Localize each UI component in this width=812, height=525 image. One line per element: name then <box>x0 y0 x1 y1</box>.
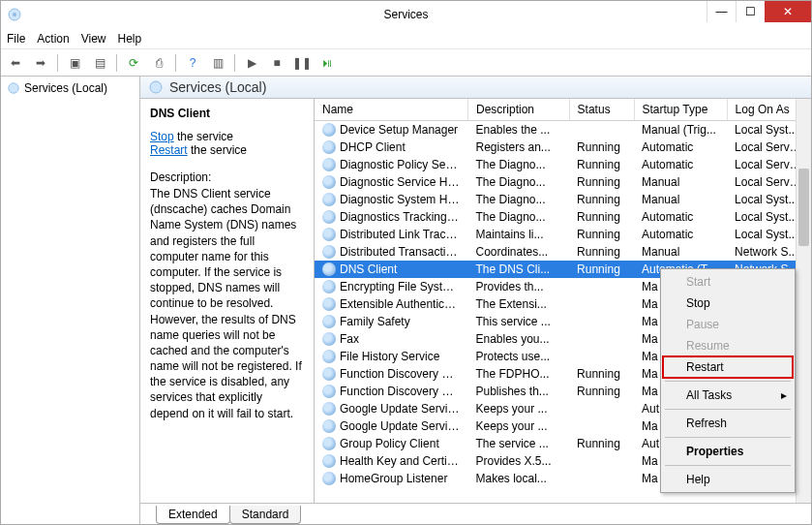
show-hide-tree-button[interactable]: ▣ <box>64 52 85 74</box>
help-button[interactable]: ? <box>182 52 203 74</box>
ctx-properties[interactable]: Properties <box>663 441 793 462</box>
table-row[interactable]: Diagnostic Policy ServiceThe Diagno...Ru… <box>315 156 811 173</box>
restart-link[interactable]: Restart <box>150 143 188 157</box>
table-row[interactable]: Distributed Link Tracking Cl...Maintains… <box>315 226 811 243</box>
table-row[interactable]: Diagnostics Tracking ServiceThe Diagno..… <box>315 208 811 226</box>
tree-root-item[interactable]: Services (Local) <box>5 80 135 96</box>
properties-button[interactable]: ▥ <box>207 52 228 74</box>
tab-extended[interactable]: Extended <box>156 506 230 524</box>
table-row[interactable]: Diagnostic Service HostThe Diagno...Runn… <box>315 173 811 191</box>
description-label: Description: <box>150 170 304 184</box>
refresh-button[interactable]: ⟳ <box>123 52 144 74</box>
gear-icon <box>7 81 20 95</box>
forward-button[interactable]: ➡ <box>30 52 51 74</box>
services-icon <box>7 7 22 22</box>
col-name[interactable]: Name <box>315 99 468 121</box>
detail-pane: DNS Client Stop the service Restart the … <box>140 99 315 503</box>
vertical-scrollbar[interactable] <box>796 99 811 503</box>
menu-action[interactable]: Action <box>37 32 69 46</box>
close-button[interactable]: ✕ <box>765 1 811 22</box>
ctx-refresh[interactable]: Refresh <box>663 413 793 434</box>
svg-point-1 <box>13 13 16 16</box>
main-header-title: Services (Local) <box>169 79 266 95</box>
stop-link[interactable]: Stop <box>150 130 174 143</box>
tab-standard[interactable]: Standard <box>229 506 302 524</box>
col-status[interactable]: Status <box>569 99 634 121</box>
maximize-button[interactable]: ☐ <box>736 1 765 22</box>
view-tabs: Extended Standard <box>140 503 811 524</box>
main-header: Services (Local) <box>140 77 811 99</box>
selected-service-name: DNS Client <box>150 107 304 120</box>
restart-service-button[interactable]: ⏯ <box>316 52 338 74</box>
window-title: Services <box>383 8 428 21</box>
menubar: File Action View Help <box>1 28 811 49</box>
svg-point-2 <box>9 83 19 94</box>
ctx-restart[interactable]: Restart <box>663 356 793 378</box>
ctx-pause: Pause <box>663 314 793 335</box>
gear-icon <box>148 79 164 95</box>
minimize-button[interactable]: — <box>707 1 736 22</box>
col-description[interactable]: Description <box>468 99 570 121</box>
table-row[interactable]: Distributed Transaction Co...Coordinates… <box>315 243 811 261</box>
col-startup[interactable]: Startup Type <box>634 99 727 121</box>
table-row[interactable]: DHCP ClientRegisters an...RunningAutomat… <box>315 139 811 156</box>
toolbar: ⬅ ➡ ▣ ▤ ⟳ ⎙ ? ▥ ▶ ■ ❚❚ ⏯ <box>1 49 811 77</box>
ctx-resume: Resume <box>663 335 793 356</box>
ctx-start: Start <box>663 271 793 293</box>
tree-root-label: Services (Local) <box>24 81 107 95</box>
service-list[interactable]: Name Description Status Startup Type Log… <box>315 99 811 503</box>
ctx-all-tasks[interactable]: All Tasks <box>663 385 793 406</box>
start-service-button[interactable]: ▶ <box>241 52 262 74</box>
ctx-help[interactable]: Help <box>663 469 793 490</box>
description-text: The DNS Client service (dnscache) caches… <box>150 186 304 421</box>
export-button[interactable]: ⎙ <box>148 52 169 74</box>
table-row[interactable]: Device Setup ManagerEnables the ...Manua… <box>315 121 811 139</box>
pause-service-button[interactable]: ❚❚ <box>291 52 313 74</box>
tree-pane: Services (Local) <box>1 77 140 524</box>
show-hide-detail-button[interactable]: ▤ <box>89 52 110 74</box>
titlebar: Services — ☐ ✕ <box>1 1 811 28</box>
ctx-stop[interactable]: Stop <box>663 293 793 314</box>
scrollbar-thumb[interactable] <box>798 169 809 246</box>
menu-view[interactable]: View <box>81 32 106 46</box>
stop-service-button[interactable]: ■ <box>266 52 287 74</box>
menu-file[interactable]: File <box>7 32 25 46</box>
back-button[interactable]: ⬅ <box>5 52 26 74</box>
table-row[interactable]: Diagnostic System HostThe Diagno...Runni… <box>315 191 811 208</box>
menu-help[interactable]: Help <box>118 32 142 46</box>
svg-point-3 <box>150 81 162 93</box>
context-menu: Start Stop Pause Resume Restart All Task… <box>660 268 796 493</box>
